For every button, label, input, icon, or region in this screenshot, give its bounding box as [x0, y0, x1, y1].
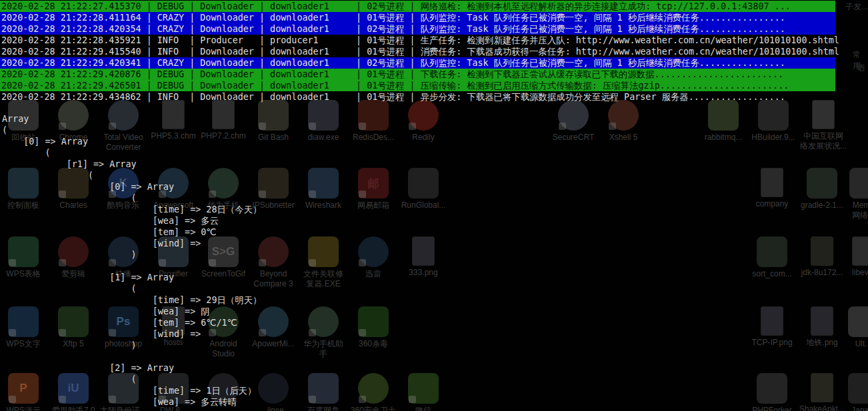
log-line-2: 2020-02-28 21:22:28.420354 | CRAZY | Dow… — [0, 23, 835, 35]
array-dump: Array ( [0] => Array ( [r1] => Array ( [… — [2, 113, 261, 408]
desktop-screen: 回收站ChromeTotal Video ConverterPHP5.3.chm… — [0, 0, 868, 411]
log-line-1: 2020-02-28 21:22:28.411164 | CRAZY | Dow… — [0, 12, 835, 23]
log-line-3: 2020-02-28 21:22:28.435921 | INFO | Prod… — [0, 35, 839, 46]
log-line-0: 2020-02-28 21:22:27.415370 | DEBUG | Dow… — [0, 1, 835, 12]
log-line-4: 2020-02-28 21:22:29.415540 | INFO | Down… — [0, 46, 839, 57]
log-line-5: 2020-02-28 21:22:29.420341 | CRAZY | Dow… — [0, 57, 835, 69]
terminal-output: 2020-02-28 21:22:27.415370 | DEBUG | Dow… — [0, 0, 868, 411]
log-line-6: 2020-02-28 21:22:29.420876 | DEBUG | Dow… — [0, 69, 835, 80]
log-line-7: 2020-02-28 21:22:29.426501 | DEBUG | Dow… — [0, 80, 835, 91]
log-line-8: 2020-02-28 21:22:29.434862 | INFO | Down… — [0, 91, 785, 103]
